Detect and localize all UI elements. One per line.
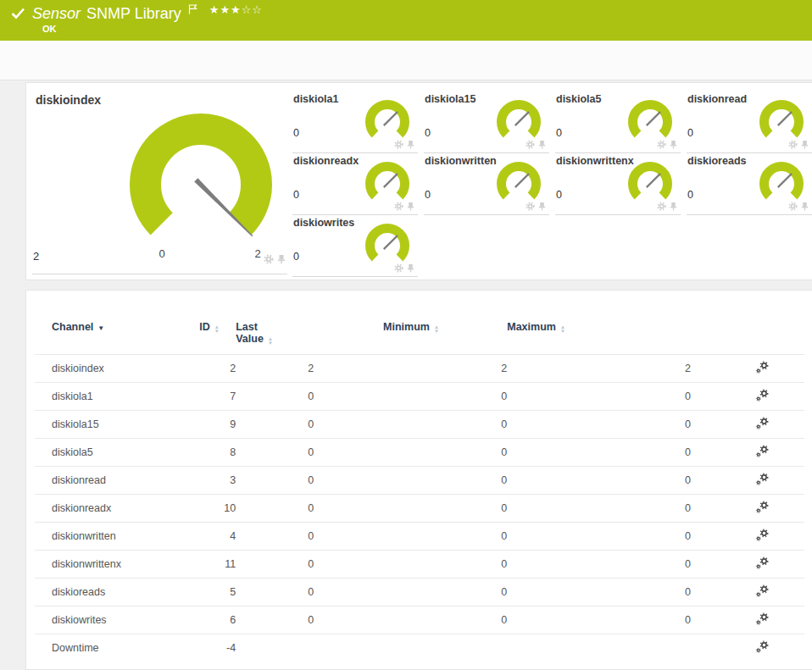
edit-channel-icon[interactable] (755, 556, 769, 569)
gauge-needle (384, 174, 398, 187)
channel-id-cell: -4 (199, 634, 236, 662)
gauge-cell-value: 0 (556, 189, 562, 201)
edit-channel-icon[interactable] (755, 584, 769, 597)
gauge-settings-gear-icon[interactable] (657, 202, 666, 211)
channel-row: diskioindex 2 2 2 2 (35, 355, 804, 383)
gauge-needle (515, 112, 529, 125)
channel-last-value-cell: 0 (236, 523, 383, 551)
primary-gauge (125, 108, 277, 261)
column-header-minimum[interactable]: Minimum▲▼ (383, 321, 507, 355)
small-gauge-cell: diskiowrites 0 (292, 215, 418, 277)
gauge-pin-icon[interactable] (407, 263, 414, 273)
edit-channel-icon[interactable] (755, 612, 769, 625)
column-header-id[interactable]: ID▲▼ (199, 321, 236, 355)
column-header-maximum[interactable]: Maximum▲▼ (507, 321, 691, 355)
small-gauge (495, 98, 542, 146)
page-title: SNMP Library (86, 3, 181, 24)
channel-last-value-cell: 0 (236, 606, 383, 634)
channel-name-cell: diskionwrittenx (35, 551, 199, 579)
gauge-scale-min: 0 (152, 247, 172, 260)
small-gauge-grid: diskiola1 0 diskiola1 (292, 91, 812, 277)
gauge-cell-value: 0 (556, 127, 562, 139)
gauge-pin-icon[interactable] (407, 202, 414, 211)
channel-minimum-cell: 0 (383, 606, 507, 634)
edit-channel-icon[interactable] (755, 473, 769, 485)
channel-name-cell: diskiowrites (35, 606, 199, 634)
channel-row: diskioreads 5 0 0 0 (35, 579, 804, 606)
channel-name-cell: diskionwritten (35, 523, 199, 551)
channel-row: diskionwritten 4 0 0 0 (35, 523, 804, 551)
small-gauge (495, 160, 542, 208)
edit-channel-icon[interactable] (755, 529, 769, 541)
gauge-pin-icon[interactable] (670, 140, 677, 149)
gauge-settings-gear-icon[interactable] (526, 202, 535, 211)
gauge-settings-gear-icon[interactable] (657, 140, 666, 149)
channel-id-cell: 11 (199, 551, 236, 579)
edit-channel-icon[interactable] (755, 640, 769, 653)
channel-row: diskiola1 7 0 0 0 (35, 383, 804, 411)
small-gauge-cell: diskiola1 0 (292, 91, 418, 153)
gauge-cell-value: 0 (293, 251, 299, 263)
gauge-pin-icon[interactable] (538, 202, 546, 211)
small-gauge-cell: diskionwritten 0 (424, 153, 549, 215)
gauge-settings-gear-icon[interactable] (788, 140, 798, 149)
channel-row: diskiola15 9 0 0 0 (35, 411, 804, 439)
small-gauge (364, 222, 411, 269)
column-header-last-value[interactable]: Last Value▲▼ (236, 321, 383, 355)
gauge-pin-icon[interactable] (801, 202, 809, 211)
gauge-cell-name: diskioreads (687, 155, 746, 167)
channel-table-panel: Channel▼ ID▲▼ Last Value▲▼ Minimum▲▼ Max… (25, 290, 812, 670)
sort-icon: ▲▼ (560, 325, 565, 334)
channel-minimum-cell: 0 (383, 383, 507, 411)
gauge-cell-name: diskionwritten (425, 155, 497, 167)
channel-maximum-cell: 0 (507, 383, 691, 411)
channel-maximum-cell: 0 (507, 579, 691, 606)
small-gauge-cell: diskiola15 0 (424, 91, 549, 153)
channel-minimum-cell: 0 (383, 411, 507, 439)
sensor-header-bar: Sensor SNMP Library ★★★☆☆ OK (0, 0, 812, 41)
gauge-pin-icon[interactable] (407, 140, 414, 149)
small-gauge-cell: diskiola5 0 (555, 91, 681, 153)
gauge-settings-gear-icon[interactable] (264, 254, 274, 264)
edit-channel-icon[interactable] (755, 501, 769, 513)
sort-desc-icon: ▼ (97, 324, 104, 332)
edit-channel-icon[interactable] (755, 389, 769, 401)
edit-channel-icon[interactable] (755, 417, 769, 429)
channel-id-cell: 9 (199, 411, 236, 439)
gauge-settings-gear-icon[interactable] (788, 202, 798, 211)
priority-stars[interactable]: ★★★☆☆ (209, 3, 263, 16)
sort-icon: ▲▼ (214, 325, 220, 334)
channel-id-cell: 5 (199, 579, 236, 606)
channel-last-value-cell: 0 (236, 467, 383, 495)
column-header-channel[interactable]: Channel▼ (35, 321, 199, 355)
channel-name-cell: diskioreads (35, 579, 199, 606)
gauge-settings-gear-icon[interactable] (394, 140, 403, 149)
gauge-cell-value: 0 (425, 189, 431, 201)
gauge-needle (384, 235, 398, 249)
gauge-settings-gear-icon[interactable] (526, 140, 535, 149)
channel-minimum-cell (383, 634, 507, 662)
channel-id-cell: 7 (199, 383, 236, 411)
small-gauge (364, 98, 411, 146)
channel-last-value-cell: 0 (236, 495, 383, 523)
small-gauge (758, 98, 805, 146)
channel-row: diskionreadx 10 0 0 0 (35, 495, 804, 523)
gauge-cell-value: 0 (687, 127, 693, 139)
gauge-settings-gear-icon[interactable] (394, 202, 403, 211)
status-badge: OK (42, 24, 57, 34)
gauge-settings-gear-icon[interactable] (394, 263, 403, 273)
gauge-pin-icon[interactable] (801, 140, 809, 149)
gauge-pin-icon[interactable] (538, 140, 546, 149)
gauge-needle (778, 112, 792, 125)
gauge-cell-name: diskionwrittenx (556, 155, 634, 167)
edit-channel-icon[interactable] (755, 445, 769, 457)
primary-gauge-cell: diskioindex 0 2 2 (26, 83, 292, 281)
gauge-pin-icon[interactable] (670, 202, 677, 211)
channel-row: diskionread 3 0 0 0 (35, 467, 804, 495)
gauge-cell-name: diskionreadx (293, 155, 359, 167)
gauge-pin-icon[interactable] (277, 254, 286, 264)
small-gauge-cell: diskionwrittenx 0 (555, 153, 681, 215)
edit-channel-icon[interactable] (755, 361, 769, 374)
gauge-cell-value: 0 (293, 127, 299, 139)
channel-minimum-cell: 0 (383, 467, 507, 495)
